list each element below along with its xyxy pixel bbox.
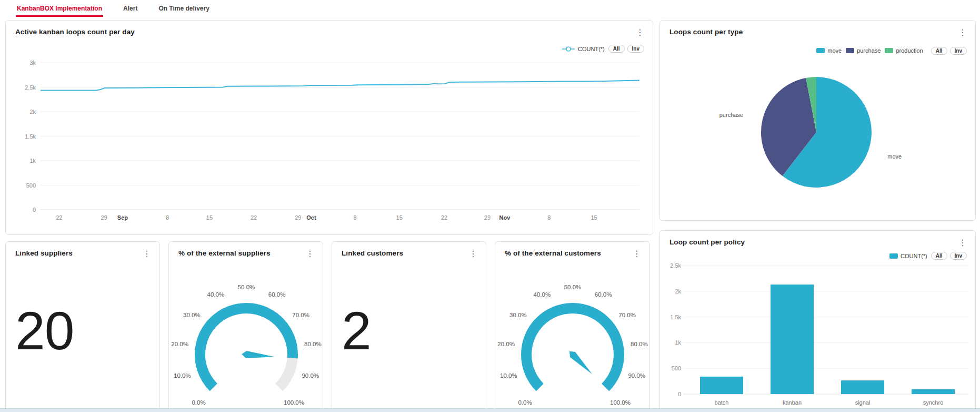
svg-text:80.0%: 80.0% [304,341,322,347]
svg-text:50.0%: 50.0% [238,284,255,290]
svg-text:15: 15 [591,214,597,221]
customers-gauge-chart[interactable]: 0.0%10.0%20.0%30.0%40.0%50.0%60.0%70.0%8… [495,242,649,412]
line-chart-legend: COUNT(*) All Inv [562,45,644,53]
line-chart[interactable]: 3k2.5k2k1.5k1k50002229Sep8152229Oct81522… [10,52,649,226]
svg-text:move: move [887,153,902,160]
svg-text:40.0%: 40.0% [207,291,225,298]
pie-legend-label: purchase [857,47,881,54]
svg-text:8: 8 [547,214,551,221]
tab-on-time-delivery[interactable]: On Time delivery [157,0,211,17]
card-active-kanban-loops: Active kanban loops count per day COUNT(… [5,20,653,235]
svg-text:15: 15 [396,214,403,221]
legend-count-series[interactable]: COUNT(*) [889,253,927,259]
move-swatch-icon [816,48,825,53]
card-title-loops-per-type: Loops count per type [669,28,743,36]
svg-text:1k: 1k [29,158,36,164]
svg-text:0.0%: 0.0% [518,399,532,406]
pie-legend-item-production[interactable]: production [885,47,923,54]
svg-text:29: 29 [101,214,107,221]
svg-text:10.0%: 10.0% [174,372,191,379]
svg-text:80.0%: 80.0% [631,341,648,347]
kebab-menu-icon[interactable] [303,249,317,259]
svg-text:1k: 1k [675,339,681,346]
svg-text:500: 500 [26,182,36,189]
tab-kanbanbox-implementation[interactable]: KanbanBOX Implementation [16,0,103,17]
svg-text:Sep: Sep [117,214,128,221]
svg-text:8: 8 [166,214,169,221]
card-linked-suppliers: Linked suppliers 20 [5,241,160,412]
svg-text:70.0%: 70.0% [292,312,309,318]
kebab-menu-icon[interactable] [139,249,154,259]
card-loop-count-per-policy: Loop count per policy COUNT(*) All Inv 2… [659,230,976,412]
svg-text:20.0%: 20.0% [497,341,515,347]
tab-alert[interactable]: Alert [122,0,138,17]
svg-text:60.0%: 60.0% [595,291,612,298]
legend-count-series[interactable]: COUNT(*) [562,46,605,52]
filter-all-button[interactable]: All [608,45,625,53]
card-external-customers-pct: 0.0%10.0%20.0%30.0%40.0%50.0%60.0%70.0%8… [495,241,650,412]
linked-customers-value: 2 [342,304,371,358]
pie-chart-legend: movepurchaseproduction All Inv [816,47,967,55]
svg-text:1.5k: 1.5k [25,133,36,140]
svg-text:10.0%: 10.0% [500,372,517,379]
bar-series-swatch-icon [889,253,898,259]
dashboard: KanbanBOX Implementation Alert On Time d… [0,0,980,412]
svg-text:signal: signal [855,399,871,406]
svg-text:30.0%: 30.0% [509,312,527,318]
card-title-active-loops: Active kanban loops count per day [15,28,135,36]
svg-text:100.0%: 100.0% [284,399,304,406]
kebab-menu-icon[interactable] [955,28,970,37]
svg-text:3k: 3k [29,60,36,66]
filter-inv-button[interactable]: Inv [950,252,967,260]
svg-text:Oct: Oct [306,214,316,221]
svg-text:22: 22 [56,214,62,221]
card-linked-customers: Linked customers 2 [332,241,486,412]
card-title-external-customers-pct: % of the external customers [505,249,601,257]
svg-text:2k: 2k [675,288,681,295]
bar-chart[interactable]: 2.5k2k1.5k1k5000batchkanbansignalsynchro [664,254,974,412]
svg-text:batch: batch [715,399,729,406]
legend-count-label: COUNT(*) [578,46,605,52]
svg-text:Nov: Nov [499,214,511,221]
svg-text:0.0%: 0.0% [192,399,205,406]
legend-count-label: COUNT(*) [901,253,927,259]
pie-legend-item-purchase[interactable]: purchase [846,47,881,54]
production-swatch-icon [885,48,893,53]
filter-inv-button[interactable]: Inv [950,47,967,55]
svg-text:22: 22 [441,214,447,221]
linked-suppliers-value: 20 [15,304,74,358]
svg-text:purchase: purchase [719,112,743,118]
kebab-menu-icon[interactable] [633,28,647,37]
svg-text:kanban: kanban [783,399,802,406]
filter-all-button[interactable]: All [931,47,947,55]
svg-text:1.5k: 1.5k [670,314,681,320]
svg-text:90.0%: 90.0% [628,372,645,379]
card-title-external-suppliers-pct: % of the external suppliers [178,249,271,257]
svg-text:2k: 2k [29,109,36,115]
horizontal-scrollbar[interactable] [0,408,980,412]
bar-chart-legend: COUNT(*) All Inv [889,252,967,260]
kebab-menu-icon[interactable] [466,249,481,259]
svg-text:0: 0 [33,207,36,213]
line-series-marker-icon [562,46,575,52]
svg-text:60.0%: 60.0% [268,291,286,298]
suppliers-gauge-chart[interactable]: 0.0%10.0%20.0%30.0%40.0%50.0%60.0%70.0%8… [169,242,323,412]
svg-text:30.0%: 30.0% [183,312,201,318]
svg-text:2.5k: 2.5k [670,262,681,269]
filter-all-button[interactable]: All [931,252,947,260]
filter-inv-button[interactable]: Inv [627,45,644,53]
card-loops-per-type: movepurchase Loops count per type movepu… [659,20,976,221]
svg-text:22: 22 [251,214,257,221]
pie-legend-label: move [827,47,842,54]
kebab-menu-icon[interactable] [629,249,644,259]
svg-text:40.0%: 40.0% [534,291,551,298]
svg-text:50.0%: 50.0% [564,284,582,290]
svg-text:15: 15 [206,214,213,221]
svg-text:0: 0 [678,391,681,397]
pie-legend-item-move[interactable]: move [816,47,842,54]
svg-text:29: 29 [484,214,491,221]
svg-text:20.0%: 20.0% [171,341,188,347]
kebab-menu-icon[interactable] [955,238,970,248]
card-title-linked-customers: Linked customers [342,249,403,257]
svg-text:2.5k: 2.5k [25,84,36,91]
